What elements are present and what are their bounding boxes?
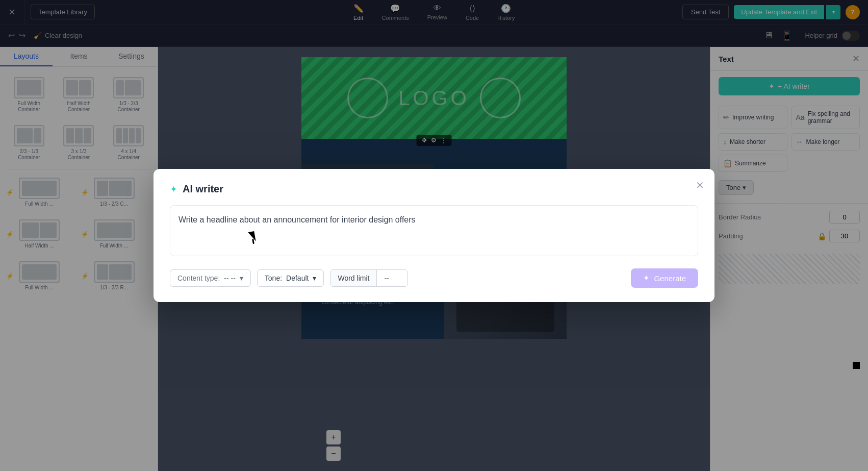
modal-overlay: ✦ AI writer ✕ Content type: -- -- ▾ Tone… xyxy=(0,0,868,471)
word-limit-group: Word limit xyxy=(330,269,408,287)
tone-select[interactable]: Tone: Default ▾ xyxy=(257,269,324,287)
content-type-chevron: ▾ xyxy=(240,274,243,282)
modal-header: ✦ AI writer xyxy=(170,183,698,195)
content-type-select[interactable]: Content type: -- -- ▾ xyxy=(170,269,251,287)
modal-close-button[interactable]: ✕ xyxy=(696,179,704,191)
word-limit-input[interactable] xyxy=(377,270,407,286)
modal-textarea-wrapper xyxy=(170,205,698,258)
modal-title: AI writer xyxy=(183,183,223,195)
modal-prompt-textarea[interactable] xyxy=(170,205,698,256)
word-limit-label: Word limit xyxy=(330,270,377,286)
modal-footer: Content type: -- -- ▾ Tone: Default ▾ Wo… xyxy=(170,268,698,288)
ai-writer-modal: ✦ AI writer ✕ Content type: -- -- ▾ Tone… xyxy=(154,169,714,302)
modal-ai-icon: ✦ xyxy=(170,184,177,195)
tone-select-chevron: ▾ xyxy=(313,274,316,282)
generate-sparkle-icon: ✦ xyxy=(643,274,650,283)
generate-button[interactable]: ✦ Generate xyxy=(631,268,698,288)
